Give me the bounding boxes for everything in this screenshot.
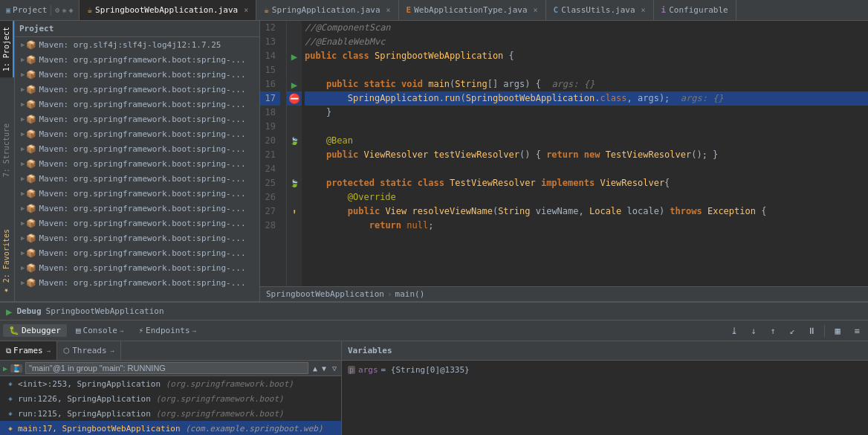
- expand-arrow-5: ▶: [21, 100, 25, 108]
- var-value-args: = {String[0]@1335}: [381, 365, 470, 375]
- debug-toolbar-settings[interactable]: ▦: [829, 323, 846, 339]
- tab-springapplication[interactable]: ☕ SpringApplication.java ×: [256, 0, 398, 20]
- debug-tab-endpoints[interactable]: ⚡ Endpoints →: [132, 324, 202, 337]
- tab-configurable[interactable]: i Configurable: [654, 0, 736, 20]
- code-line-15: [305, 63, 868, 77]
- tree-item-maven3[interactable]: ▶ 📦 Maven: org.springframework.boot:spri…: [15, 67, 259, 82]
- close-icon-3[interactable]: ×: [534, 6, 538, 14]
- tab-project[interactable]: ▣ Project ⚙ ❋ ◈: [0, 0, 80, 20]
- gutter-17-breakpoint[interactable]: ⛔: [287, 91, 302, 106]
- code-line-19: [305, 120, 868, 134]
- tree-item-text: Maven: org.slf4j:slf4j-log4j12:1.7.25: [39, 40, 221, 50]
- code-line-28: return null;: [305, 219, 868, 233]
- line-num-15: 15: [260, 63, 280, 77]
- tree-item-text-5: Maven: org.springframework.boot:spring-.…: [39, 100, 245, 109]
- tab-springbootwebapp[interactable]: ☕ SpringbootWebApplication.java ×: [80, 0, 256, 20]
- tree-item-text-2: Maven: org.springframework.boot:spring-.…: [39, 55, 245, 65]
- gutter-26: [287, 190, 302, 204]
- toolbar-icon-1[interactable]: ⚙: [55, 6, 59, 14]
- debug-toolbar-step-over[interactable]: ⤓: [726, 323, 742, 339]
- stack-frame-2[interactable]: ◈ run:1226, SpringApplication (org.sprin…: [0, 391, 341, 406]
- tree-item-maven10[interactable]: ▶ 📦 Maven: org.springframework.boot:spri…: [15, 171, 259, 186]
- expand-arrow: ▶: [21, 41, 25, 48]
- breadcrumb-method[interactable]: main(): [395, 289, 425, 299]
- maven-icon-15: 📦: [26, 248, 36, 258]
- gutter-21: [287, 148, 302, 162]
- tab-webapptype[interactable]: E WebApplicationType.java ×: [399, 0, 546, 20]
- maven-icon-14: 📦: [26, 233, 36, 243]
- frames-tab[interactable]: ⧉ Frames →: [0, 341, 57, 360]
- sidebar-item-structure[interactable]: 7: Structure: [0, 117, 14, 183]
- tree-item-maven16[interactable]: ▶ 📦 Maven: org.springframework.boot:spri…: [15, 260, 259, 275]
- maven-icon-8: 📦: [26, 144, 36, 154]
- tabs-bar: ▣ Project ⚙ ❋ ◈ ☕ SpringbootWebApplicati…: [0, 0, 868, 21]
- gutter-14[interactable]: ▶: [287, 49, 302, 63]
- debug-toolbar-step-into[interactable]: ↓: [745, 323, 762, 339]
- thread-dropdown[interactable]: "main"@1 in group "main": RUNNING: [25, 362, 308, 374]
- sidebar-item-favorites[interactable]: ★ 2: Favorites: [0, 223, 14, 301]
- thread-nav-buttons: ▲ ▼: [311, 364, 328, 373]
- code-lines[interactable]: //@ComponentScan //@EnableWebMvc public …: [302, 21, 868, 286]
- tree-item-text-13: Maven: org.springframework.boot:spring-.…: [39, 219, 245, 228]
- gutter-20: 🍃: [287, 134, 302, 148]
- tree-item-maven15[interactable]: ▶ 📦 Maven: org.springframework.boot:spri…: [15, 245, 259, 260]
- debug-tabs-bar: 🐛 Debugger ▤ Console → ⚡ Endpoints → ⤓ ↓…: [0, 320, 868, 341]
- debug-run-icon: ▶: [6, 306, 12, 318]
- tree-item-maven14[interactable]: ▶ 📦 Maven: org.springframework.boot:spri…: [15, 231, 259, 245]
- expand-arrow-11: ▶: [21, 190, 25, 197]
- tree-item-maven7[interactable]: ▶ 📦 Maven: org.springframework.boot:spri…: [15, 126, 259, 141]
- tree-item-maven12[interactable]: ▶ 📦 Maven: org.springframework.boot:spri…: [15, 201, 259, 216]
- tab-classutils[interactable]: C ClassUtils.java ×: [546, 0, 654, 20]
- stack-frame-4-active[interactable]: ◈ main:17, SpringbootWebApplication (com…: [0, 421, 341, 435]
- toolbar-icon-3[interactable]: ◈: [68, 6, 73, 14]
- tree-item-maven13[interactable]: ▶ 📦 Maven: org.springframework.boot:spri…: [15, 216, 259, 231]
- toolbar-icon-2[interactable]: ❋: [62, 6, 66, 14]
- expand-arrow-15: ▶: [21, 249, 25, 257]
- breadcrumb-class[interactable]: SpringbootWebApplication: [266, 289, 384, 299]
- thread-next-button[interactable]: ▼: [320, 364, 328, 373]
- tree-item-maven9[interactable]: ▶ 📦 Maven: org.springframework.boot:spri…: [15, 156, 259, 171]
- variables-title: Variables: [348, 346, 392, 355]
- line-num-28: 28: [260, 219, 280, 233]
- sidebar-item-project[interactable]: 1: Project: [0, 21, 14, 77]
- tree-item-maven8[interactable]: ▶ 📦 Maven: org.springframework.boot:spri…: [15, 141, 259, 156]
- debug-toolbar-step-out[interactable]: ↑: [765, 323, 781, 339]
- tree-item-maven6[interactable]: ▶ 📦 Maven: org.springframework.boot:spri…: [15, 112, 259, 126]
- variable-args[interactable]: p args = {String[0]@1335}: [345, 364, 865, 376]
- gutter-28: [287, 219, 302, 233]
- expand-arrow-3: ▶: [21, 71, 25, 78]
- debug-tab-console[interactable]: ▤ Console →: [70, 324, 129, 337]
- stack-frame-3[interactable]: ◈ run:1215, SpringApplication (org.sprin…: [0, 406, 341, 421]
- thread-filter-button[interactable]: ▽: [331, 364, 338, 373]
- code-line-12: //@ComponentScan: [305, 21, 868, 35]
- debug-toolbar-run-to-cursor[interactable]: ↙: [784, 323, 800, 339]
- tree-item-maven5[interactable]: ▶ 📦 Maven: org.springframework.boot:spri…: [15, 97, 259, 112]
- thread-prev-button[interactable]: ▲: [311, 364, 319, 373]
- tree-item-maven17[interactable]: ▶ 📦 Maven: org.springframework.boot:spri…: [15, 275, 259, 290]
- gutter-27: ⬆: [287, 204, 302, 219]
- gutter-16[interactable]: ▶: [287, 77, 302, 91]
- project-header-title: Project: [19, 24, 54, 33]
- tree-item-maven4[interactable]: ▶ 📦 Maven: org.springframework.boot:spri…: [15, 82, 259, 97]
- close-icon-4[interactable]: ×: [641, 6, 646, 14]
- tree-item-maven1[interactable]: ▶ 📦 Maven: org.slf4j:slf4j-log4j12:1.7.2…: [15, 37, 259, 52]
- stack-frame-1[interactable]: ◈ <init>:253, SpringApplication (org.spr…: [0, 376, 341, 391]
- line-num-20: 20: [260, 134, 280, 148]
- line-num-25: 25: [260, 176, 280, 190]
- breadcrumb: SpringbootWebApplication › main(): [260, 286, 868, 301]
- tab-webapptype-label: WebApplicationType.java: [414, 5, 527, 15]
- breadcrumb-separator: ›: [387, 289, 392, 299]
- tree-item-maven11[interactable]: ▶ 📦 Maven: org.springframework.boot:spri…: [15, 186, 259, 201]
- debug-toolbar-layout[interactable]: ≡: [849, 323, 865, 339]
- close-icon-2[interactable]: ×: [386, 6, 391, 14]
- gutter-25: 🍃: [287, 176, 302, 190]
- tree-item-maven2[interactable]: ▶ 📦 Maven: org.springframework.boot:spri…: [15, 52, 259, 67]
- threads-tab[interactable]: ⬡ Threads →: [57, 341, 121, 360]
- editor-area: 12 13 14 15 16 17 18 19 20 21 24 25 26 2…: [260, 21, 868, 301]
- debug-toolbar-evaluate[interactable]: ⏸: [803, 323, 820, 339]
- debug-tab-debugger[interactable]: 🐛 Debugger: [3, 324, 67, 337]
- endpoints-arrow: →: [192, 327, 196, 335]
- close-icon-1[interactable]: ×: [244, 6, 248, 14]
- expand-arrow-10: ▶: [21, 175, 25, 182]
- debug-app-name: SpringbootWebApplication: [46, 306, 164, 316]
